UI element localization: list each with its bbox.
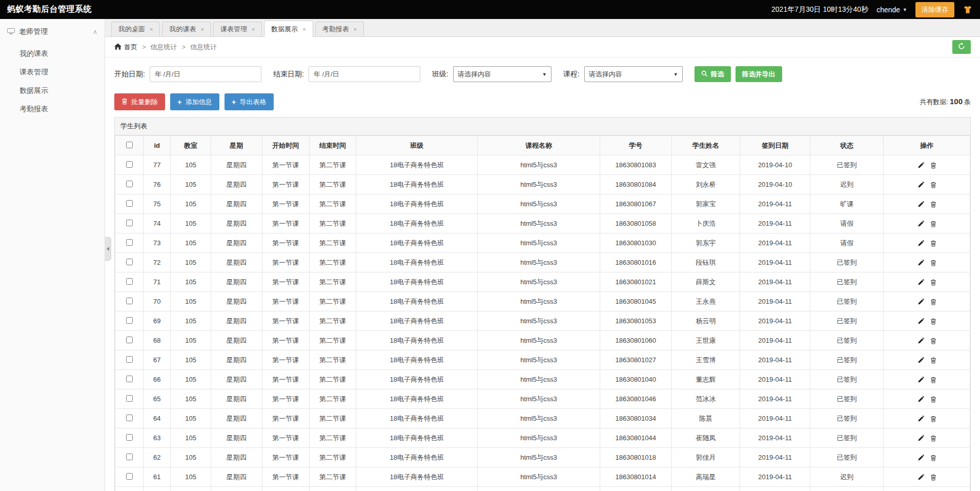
edit-icon[interactable] — [917, 474, 924, 481]
row-checkbox[interactable] — [126, 220, 133, 226]
start-date-input[interactable] — [150, 66, 261, 82]
delete-icon[interactable] — [930, 240, 936, 247]
tab-timetable-management[interactable]: 课表管理× — [213, 22, 262, 36]
edit-icon[interactable] — [917, 162, 924, 169]
delete-icon[interactable] — [930, 396, 936, 403]
sidebar-item-attendance-report[interactable]: 考勤报表 — [0, 100, 105, 119]
tab-my-timetable[interactable]: 我的课表× — [162, 22, 211, 36]
cell-weekday: 星期四 — [211, 272, 262, 292]
end-date-input[interactable] — [309, 66, 420, 82]
close-icon[interactable]: × — [302, 26, 305, 32]
row-checkbox[interactable] — [126, 356, 133, 363]
row-checkbox[interactable] — [126, 161, 133, 168]
edit-icon[interactable] — [917, 318, 924, 325]
delete-icon[interactable] — [930, 182, 936, 188]
row-checkbox-cell — [115, 292, 144, 311]
row-checkbox[interactable] — [126, 181, 133, 187]
edit-icon[interactable] — [917, 416, 924, 422]
edit-icon[interactable] — [917, 299, 924, 305]
close-icon[interactable]: × — [150, 26, 153, 32]
delete-icon[interactable] — [930, 221, 936, 227]
delete-icon[interactable] — [930, 416, 936, 422]
filter-export-button[interactable]: 筛选并导出 — [736, 66, 782, 82]
batch-delete-button[interactable]: 批量删除 — [114, 93, 165, 110]
delete-icon[interactable] — [930, 162, 936, 169]
theme-shirt-icon[interactable] — [963, 5, 973, 14]
row-checkbox-cell — [115, 155, 144, 175]
cell-end-period: 第二节课 — [309, 272, 356, 292]
edit-icon[interactable] — [917, 221, 924, 227]
sidebar-group-teacher-management[interactable]: 老师管理 ∧ — [0, 19, 105, 45]
clear-cache-button[interactable]: 清除缓存 — [915, 2, 954, 17]
edit-icon[interactable] — [917, 240, 924, 247]
tab-attendance-report[interactable]: 考勤报表× — [315, 22, 364, 36]
row-checkbox[interactable] — [126, 415, 133, 421]
course-select[interactable]: 请选择内容 ▼ — [584, 66, 683, 82]
row-checkbox[interactable] — [126, 434, 133, 441]
tab-my-desktop[interactable]: 我的桌面× — [111, 22, 160, 36]
row-checkbox[interactable] — [126, 454, 133, 460]
delete-icon[interactable] — [930, 435, 936, 442]
delete-icon[interactable] — [930, 318, 936, 325]
row-checkbox[interactable] — [126, 376, 133, 382]
close-icon[interactable]: × — [252, 26, 255, 32]
row-checkbox-cell — [115, 311, 144, 331]
row-checkbox-cell — [115, 467, 144, 487]
breadcrumb-level1[interactable]: 信息统计 — [151, 43, 177, 52]
delete-icon[interactable] — [930, 357, 936, 364]
tab-data-display[interactable]: 数据展示× — [264, 21, 313, 37]
cell-end-period: 第二节课 — [309, 253, 356, 272]
cell-start-period: 第一节课 — [262, 389, 309, 409]
row-checkbox[interactable] — [126, 278, 133, 285]
sidebar-item-timetable-management[interactable]: 课表管理 — [0, 63, 105, 82]
select-all-checkbox[interactable] — [126, 142, 133, 148]
edit-icon[interactable] — [917, 455, 924, 461]
edit-icon[interactable] — [917, 182, 924, 188]
add-info-button[interactable]: + 添加信息 — [170, 93, 219, 110]
edit-icon[interactable] — [917, 279, 924, 286]
cell-signin-date: 2019-04-11 — [740, 292, 810, 311]
user-menu[interactable]: chende ▼ — [876, 6, 907, 14]
row-checkbox[interactable] — [126, 337, 133, 343]
close-icon[interactable]: × — [354, 26, 357, 32]
delete-icon[interactable] — [930, 260, 936, 266]
delete-icon[interactable] — [930, 279, 936, 286]
sidebar-item-my-timetable[interactable]: 我的课表 — [0, 45, 105, 63]
row-checkbox[interactable] — [126, 473, 133, 480]
row-checkbox[interactable] — [126, 317, 133, 324]
edit-icon[interactable] — [917, 435, 924, 442]
row-checkbox[interactable] — [126, 298, 133, 304]
edit-icon[interactable] — [917, 396, 924, 403]
cell-weekday: 星期四 — [211, 175, 262, 194]
cell-classroom: 105 — [171, 311, 211, 331]
delete-icon[interactable] — [930, 474, 936, 481]
delete-icon[interactable] — [930, 201, 936, 208]
edit-icon[interactable] — [917, 338, 924, 344]
sidebar-item-data-display[interactable]: 数据展示 — [0, 82, 105, 100]
delete-icon[interactable] — [930, 299, 936, 305]
sidebar-menu: 我的课表 课表管理 数据展示 考勤报表 — [0, 45, 105, 119]
edit-icon[interactable] — [917, 377, 924, 383]
cell-actions — [884, 214, 970, 233]
delete-icon[interactable] — [930, 338, 936, 344]
cell-end-period: 第二节课 — [309, 389, 356, 409]
cell-class-name: 18电子商务特色班 — [356, 331, 478, 350]
refresh-button[interactable] — [952, 40, 971, 54]
edit-icon[interactable] — [917, 201, 924, 208]
close-icon[interactable]: × — [200, 26, 203, 32]
delete-icon[interactable] — [930, 455, 936, 461]
breadcrumb-home[interactable]: 首页 — [114, 43, 137, 52]
edit-icon[interactable] — [917, 357, 924, 364]
filter-button[interactable]: 筛选 — [695, 66, 731, 82]
cell-student-name: 薛斯文 — [671, 272, 740, 292]
cell-student-name: 郭家宝 — [671, 194, 740, 214]
row-checkbox[interactable] — [126, 259, 133, 265]
row-checkbox[interactable] — [126, 200, 133, 207]
row-checkbox[interactable] — [126, 239, 133, 246]
row-checkbox[interactable] — [126, 395, 133, 402]
sidebar-collapse-handle[interactable] — [105, 237, 111, 261]
class-select[interactable]: 请选择内容 ▼ — [453, 66, 552, 82]
export-table-button[interactable]: + 导出表格 — [224, 93, 274, 110]
edit-icon[interactable] — [917, 260, 924, 266]
delete-icon[interactable] — [930, 377, 936, 383]
